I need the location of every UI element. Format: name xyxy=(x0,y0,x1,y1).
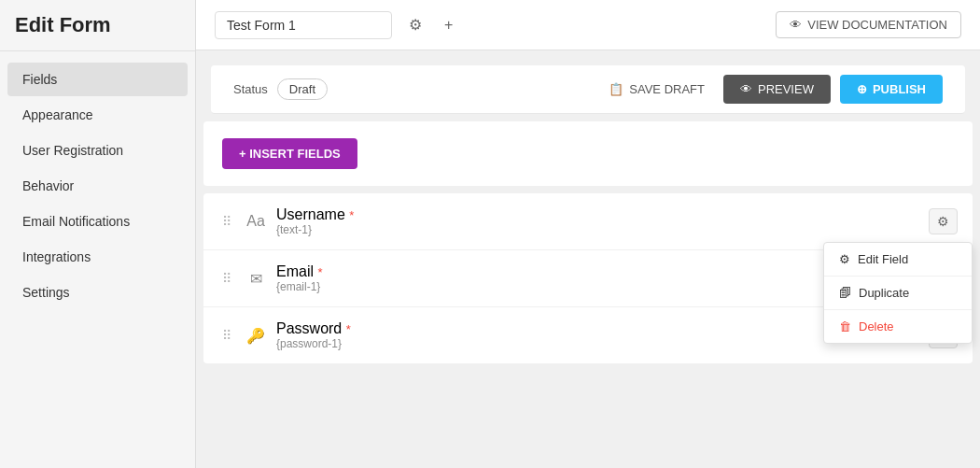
delete-label: Delete xyxy=(859,319,894,333)
main-content: ⚙ + 👁 VIEW DOCUMENTATION Status Draft 📋 … xyxy=(196,0,980,468)
publish-icon: ⊕ xyxy=(857,82,867,96)
preview-label: PREVIEW xyxy=(758,82,814,96)
status-badge: Draft xyxy=(277,78,328,100)
sidebar-item-user-registration[interactable]: User Registration xyxy=(7,134,188,167)
duplicate-label: Duplicate xyxy=(859,286,909,300)
eye-icon: 👁 xyxy=(790,18,802,32)
view-doc-label: VIEW DOCUMENTATION xyxy=(807,18,947,32)
publish-btn[interactable]: ⊕ PUBLISH xyxy=(840,75,943,104)
preview-icon: 👁 xyxy=(740,82,752,96)
password-label: Password xyxy=(276,320,342,336)
sidebar-item-integrations[interactable]: Integrations xyxy=(7,240,188,274)
required-star-password: * xyxy=(346,322,351,336)
fields-list: ⠿ Aa Username * {text-1} ⚙ ⚙ Edit Field xyxy=(203,193,973,363)
preview-btn[interactable]: 👁 PREVIEW xyxy=(723,75,831,104)
save-draft-btn[interactable]: 📋 SAVE DRAFT xyxy=(599,77,714,102)
field-name-username: Username * xyxy=(276,206,919,223)
field-info-username: Username * {text-1} xyxy=(276,206,919,236)
sidebar: Edit Form Fields Appearance User Registr… xyxy=(0,0,196,468)
sidebar-item-fields[interactable]: Fields xyxy=(7,63,188,96)
insert-label: + INSERT FIELDS xyxy=(239,147,341,161)
status-bar: Status Draft 📋 SAVE DRAFT 👁 PREVIEW ⊕ PU… xyxy=(211,65,965,114)
settings-icon-btn[interactable]: ⚙ xyxy=(403,12,427,37)
sidebar-title: Edit Form xyxy=(0,0,195,51)
email-label: Email xyxy=(276,263,314,279)
username-label: Username xyxy=(276,206,345,222)
sidebar-nav: Fields Appearance User Registration Beha… xyxy=(0,51,195,320)
field-id-username: {text-1} xyxy=(276,223,919,236)
save-icon: 📋 xyxy=(609,82,623,96)
edit-field-item[interactable]: ⚙ Edit Field xyxy=(824,243,972,276)
sidebar-item-behavior[interactable]: Behavior xyxy=(7,169,188,203)
insert-fields-btn[interactable]: + INSERT FIELDS xyxy=(222,138,357,169)
form-name-input[interactable] xyxy=(215,11,392,39)
insert-bar: + INSERT FIELDS xyxy=(203,121,973,186)
sidebar-item-settings[interactable]: Settings xyxy=(7,276,188,309)
password-field-icon: 🔑 xyxy=(245,327,267,345)
add-tab-btn[interactable]: + xyxy=(439,13,458,37)
field-dropdown-menu: ⚙ Edit Field 🗐 Duplicate 🗑 Delete xyxy=(823,242,973,344)
required-star-email: * xyxy=(317,265,322,279)
drag-handle-icon[interactable]: ⠿ xyxy=(218,214,235,229)
edit-field-label: Edit Field xyxy=(858,252,908,266)
drag-handle-icon[interactable]: ⠿ xyxy=(218,328,235,343)
table-row: ⠿ Aa Username * {text-1} ⚙ ⚙ Edit Field xyxy=(203,193,973,250)
drag-handle-icon[interactable]: ⠿ xyxy=(218,271,235,286)
delete-field-item[interactable]: 🗑 Delete xyxy=(824,310,972,343)
text-field-icon: Aa xyxy=(245,213,267,230)
delete-icon: 🗑 xyxy=(839,319,851,333)
status-label: Status xyxy=(233,82,268,96)
publish-label: PUBLISH xyxy=(873,82,926,96)
duplicate-field-item[interactable]: 🗐 Duplicate xyxy=(824,277,972,309)
username-gear-btn[interactable]: ⚙ xyxy=(929,208,958,234)
duplicate-icon: 🗐 xyxy=(839,286,851,300)
view-documentation-btn[interactable]: 👁 VIEW DOCUMENTATION xyxy=(776,11,961,38)
sidebar-item-email-notifications[interactable]: Email Notifications xyxy=(7,205,188,238)
required-star-username: * xyxy=(349,208,354,222)
save-draft-label: SAVE DRAFT xyxy=(629,82,705,96)
edit-field-icon: ⚙ xyxy=(839,252,850,266)
content-area: Status Draft 📋 SAVE DRAFT 👁 PREVIEW ⊕ PU… xyxy=(196,50,980,468)
email-field-icon: ✉ xyxy=(245,270,267,288)
topbar: ⚙ + 👁 VIEW DOCUMENTATION xyxy=(196,0,980,50)
sidebar-item-appearance[interactable]: Appearance xyxy=(7,98,188,132)
